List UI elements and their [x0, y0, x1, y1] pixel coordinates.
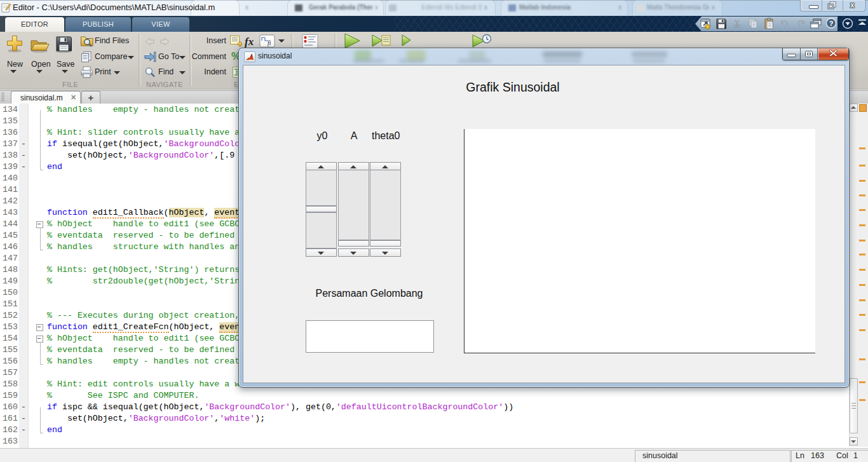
svg-text:fi: fi	[268, 39, 271, 46]
svg-text:?: ?	[829, 20, 834, 27]
